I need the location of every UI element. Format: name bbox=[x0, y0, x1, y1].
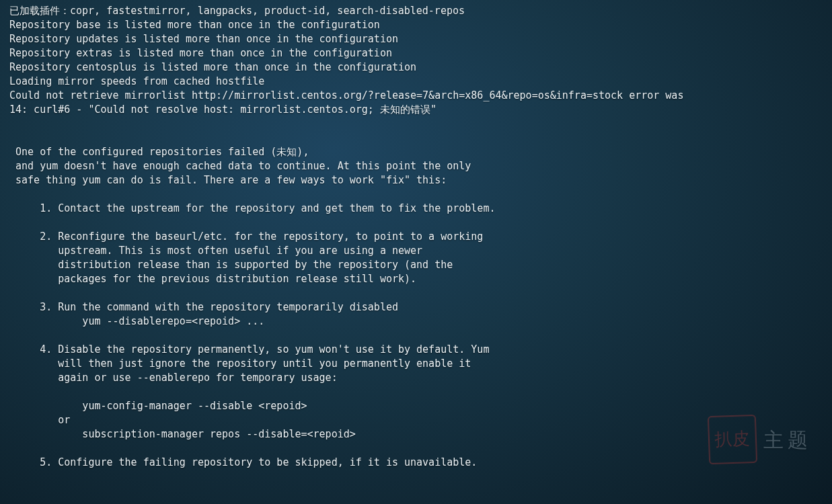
terminal-line: or bbox=[9, 413, 825, 427]
terminal-line bbox=[9, 187, 825, 202]
terminal-line: Repository updates is listed more than o… bbox=[9, 32, 825, 46]
terminal-line: yum-config-manager --disable <repoid> bbox=[9, 399, 825, 413]
terminal-line: packages for the previous distribution r… bbox=[9, 272, 825, 286]
terminal-line: safe thing yum can do is fail. There are… bbox=[9, 173, 825, 187]
terminal-line bbox=[9, 216, 825, 230]
terminal-line: again or use --enablerepo for temporary … bbox=[9, 371, 825, 385]
terminal-line bbox=[9, 286, 825, 300]
terminal-line: Repository extras is listed more than on… bbox=[9, 46, 825, 60]
terminal-line bbox=[9, 442, 825, 456]
terminal-line: 3. Run the command with the repository t… bbox=[9, 300, 825, 314]
terminal-line: Repository centosplus is listed more tha… bbox=[9, 60, 825, 75]
terminal-line: and yum doesn't have enough cached data … bbox=[9, 159, 825, 173]
terminal-line: subscription-manager repos --disable=<re… bbox=[9, 427, 825, 442]
terminal-line: upstream. This is most often useful if y… bbox=[9, 244, 825, 258]
terminal-line: will then just ignore the repository unt… bbox=[9, 357, 825, 371]
terminal-line: Could not retrieve mirrorlist http://mir… bbox=[9, 89, 825, 103]
terminal-line: Loading mirror speeds from cached hostfi… bbox=[9, 75, 825, 89]
terminal-line: 5. Configure the failing repository to b… bbox=[9, 456, 825, 470]
terminal-line bbox=[9, 329, 825, 343]
terminal-line: Repository base is listed more than once… bbox=[9, 18, 825, 32]
terminal-line: One of the configured repositories faile… bbox=[9, 145, 825, 159]
terminal-line: 1. Contact the upstream for the reposito… bbox=[9, 202, 825, 216]
terminal-line: 已加载插件：copr, fastestmirror, langpacks, pr… bbox=[9, 4, 825, 18]
terminal-line bbox=[9, 117, 825, 131]
terminal-line bbox=[9, 385, 825, 399]
terminal-line: 14: curl#6 - "Could not resolve host: mi… bbox=[9, 103, 825, 117]
terminal-line bbox=[9, 131, 825, 145]
terminal-line: 4. Disable the repository permanently, s… bbox=[9, 343, 825, 357]
terminal-line: 2. Reconfigure the baseurl/etc. for the … bbox=[9, 230, 825, 244]
terminal-output: 已加载插件：copr, fastestmirror, langpacks, pr… bbox=[0, 0, 832, 476]
terminal-line: yum --disablerepo=<repoid> ... bbox=[9, 314, 825, 329]
terminal-line: distribution release than is supported b… bbox=[9, 258, 825, 272]
